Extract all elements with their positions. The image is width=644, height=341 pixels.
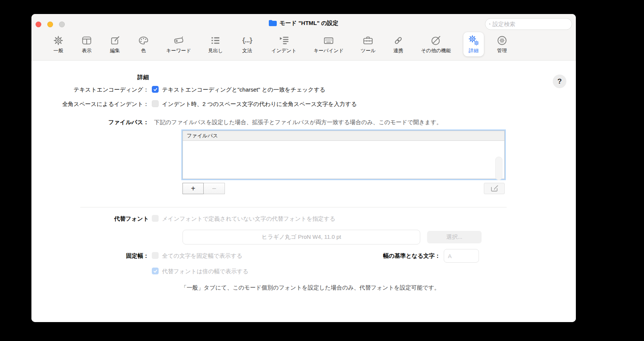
toolbar-item-integration[interactable]: 連携 bbox=[388, 32, 409, 56]
keyboard-icon bbox=[323, 35, 334, 46]
advanced-pane: ? 詳細 テキストエンコーディング： テキストエンコーディングと"charset… bbox=[31, 61, 576, 322]
search-input[interactable] bbox=[493, 21, 568, 27]
fixed-width-label: 固定幅： bbox=[31, 252, 149, 260]
section-divider bbox=[80, 207, 507, 207]
fallback-font-label: 代替フォント bbox=[31, 215, 149, 223]
toolbar-item-tools[interactable]: ツール bbox=[356, 32, 380, 56]
fallback-font-note: 「一般」タブにて、このモード個別のフォントを設定した場合のみ、代替フォントを設定… bbox=[181, 284, 440, 291]
toolbar-item-management[interactable]: 管理 bbox=[492, 32, 512, 56]
checkmark-icon bbox=[153, 87, 158, 92]
double-width-checkbox[interactable] bbox=[152, 268, 159, 274]
toolbar-item-appearance[interactable]: 表示 bbox=[76, 32, 97, 56]
toolbar-item-edit[interactable]: 編集 bbox=[105, 32, 125, 56]
font-name-field[interactable]: ヒラギノ丸ゴ ProN W4, 11.0 pt bbox=[182, 230, 420, 244]
settings-search-field[interactable] bbox=[485, 18, 572, 30]
fixed-width-checkbox[interactable] bbox=[152, 252, 159, 259]
edit-pencil-icon bbox=[490, 184, 499, 193]
edit-button[interactable] bbox=[484, 183, 505, 194]
toolbar: 一般 表示 編集 bbox=[48, 32, 512, 61]
double-width-checkbox-label: 代替フォントは倍の幅で表示する bbox=[162, 268, 248, 275]
toolbar-item-color[interactable]: 色 bbox=[133, 32, 154, 56]
file-path-table-header: ファイルパス bbox=[183, 131, 504, 141]
checkmark-icon bbox=[153, 269, 158, 274]
gear-icon bbox=[53, 35, 64, 46]
table-button-group: + − bbox=[182, 183, 225, 194]
fullwidth-indent-checkbox-label: インデント時、2 つのスペース文字の代わりに全角スペース文字を入力する bbox=[162, 101, 357, 108]
briefcase-icon bbox=[362, 35, 374, 46]
add-button[interactable]: + bbox=[182, 183, 204, 194]
toolbar-item-advanced[interactable]: 詳細 bbox=[463, 32, 484, 56]
file-path-label: ファイルパス： bbox=[31, 119, 149, 126]
toolbar-item-keywords[interactable]: キーワード bbox=[162, 32, 196, 56]
ref-char-input[interactable] bbox=[444, 249, 479, 263]
two-gears-icon bbox=[468, 35, 479, 46]
fallback-font-checkbox-label: メインフォントで定義されていない文字の代替フォントを指定する bbox=[162, 215, 335, 223]
gear-circle-icon bbox=[496, 35, 508, 46]
toolbar-item-indent[interactable]: インデント bbox=[267, 32, 301, 56]
braces-icon: {...} bbox=[240, 35, 254, 46]
window-layout-icon bbox=[81, 35, 92, 46]
toolbar-item-keybindings[interactable]: キーバインド bbox=[309, 32, 348, 56]
settings-window: モード "HTML" の設定 一般 表示 bbox=[31, 14, 576, 322]
fallback-font-checkbox[interactable] bbox=[152, 215, 159, 222]
toolbar-item-other-features[interactable]: その他の機能 bbox=[416, 32, 455, 56]
window-title: モード "HTML" の設定 bbox=[279, 20, 338, 27]
link-icon bbox=[393, 35, 404, 46]
table-scrollbar[interactable] bbox=[495, 157, 502, 180]
file-path-table[interactable]: ファイルパス bbox=[182, 131, 505, 179]
ref-char-label: 幅の基準となる文字： bbox=[380, 252, 440, 260]
file-path-description: 下記のファイルパスを設定した場合、拡張子とファイルパスが両方一致する場合のみ、こ… bbox=[154, 119, 442, 126]
indent-icon bbox=[278, 35, 290, 46]
toolbar-item-syntax[interactable]: {...} 文法 bbox=[235, 32, 259, 56]
encoding-checkbox-label: テキストエンコーディングと"charset" との一致をチェックする bbox=[162, 86, 325, 93]
search-icon bbox=[489, 21, 490, 27]
list-icon bbox=[210, 35, 221, 46]
pane-heading: 詳細 bbox=[31, 74, 149, 81]
toolbar-item-general[interactable]: 一般 bbox=[48, 32, 69, 56]
toolbar-item-headings[interactable]: 見出し bbox=[204, 32, 228, 56]
help-button[interactable]: ? bbox=[553, 75, 566, 88]
tag-icon bbox=[173, 35, 184, 46]
fullwidth-indent-label: 全角スペースによるインデント： bbox=[31, 101, 149, 108]
titlebar-toolbar: モード "HTML" の設定 一般 表示 bbox=[31, 14, 576, 61]
encoding-checkbox[interactable] bbox=[152, 86, 159, 93]
encoding-label: テキストエンコーディング： bbox=[31, 86, 149, 93]
pencil-slash-circle-icon bbox=[430, 35, 442, 46]
square-and-pencil-icon bbox=[109, 35, 121, 46]
palette-icon bbox=[138, 35, 149, 46]
select-font-button[interactable]: 選択... bbox=[427, 231, 482, 243]
fixed-width-checkbox-label: 全ての文字を固定幅で表示する bbox=[162, 252, 242, 260]
fullwidth-indent-checkbox[interactable] bbox=[152, 100, 159, 107]
folder-icon bbox=[269, 20, 277, 26]
remove-button[interactable]: − bbox=[204, 183, 225, 194]
